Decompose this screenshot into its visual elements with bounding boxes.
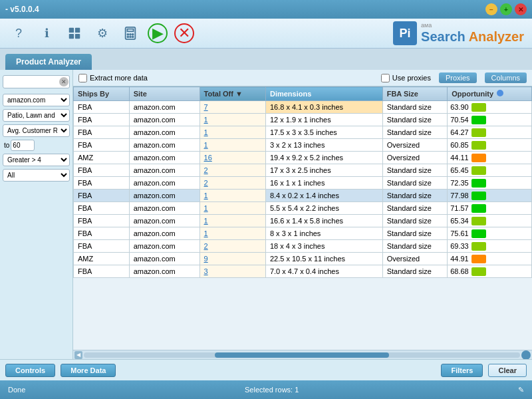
total-off-link[interactable]: 1 — [204, 192, 208, 200]
col-total-off[interactable]: Total Off ▼ — [200, 87, 265, 101]
title-bar: - v5.0.0.4 − + ✕ — [0, 0, 532, 19]
total-off-link[interactable]: 1 — [204, 116, 208, 124]
opportunity-bar — [471, 116, 486, 124]
table-row[interactable]: FBA amazon.com 1 16.6 x 1.4 x 5.8 inches… — [74, 215, 532, 227]
play-button[interactable]: ▶ — [148, 23, 168, 43]
rating-select[interactable]: Avg. Customer R... — [3, 124, 70, 137]
cell-ships-by: FBA — [74, 177, 130, 190]
table-row[interactable]: FBA amazon.com 2 18 x 4 x 3 inches Stand… — [74, 240, 532, 253]
filters-button[interactable]: Filters — [441, 364, 483, 377]
stop-button[interactable]: ✕ — [174, 23, 194, 43]
extract-more-data-checkbox[interactable] — [78, 74, 87, 82]
table-row[interactable]: FBA amazon.com 2 17 x 3 x 2.5 inches Sta… — [74, 164, 532, 177]
total-off-link[interactable]: 1 — [204, 141, 208, 149]
app-analyzer-word: Analyzer — [469, 29, 524, 44]
svg-point-6 — [127, 34, 128, 35]
col-dimensions[interactable]: Dimensions — [265, 87, 382, 101]
table-row[interactable]: FBA amazon.com 1 3 x 2 x 13 inches Overs… — [74, 139, 532, 152]
opportunity-score: 70.54 — [450, 116, 469, 124]
clear-button[interactable]: Clear — [488, 364, 527, 377]
cell-ships-by: FBA — [74, 101, 130, 114]
cell-site: amazon.com — [129, 164, 200, 177]
col-fba-size[interactable]: FBA Size — [382, 87, 448, 101]
table-header-row: Ships By Site Total Off ▼ Dimensions FBA… — [74, 87, 532, 101]
table-row[interactable]: AMZ amazon.com 16 19.4 x 9.2 x 5.2 inche… — [74, 152, 532, 164]
use-proxies-text: Use proxies — [392, 74, 431, 82]
table-row[interactable]: AMZ amazon.com 9 22.5 x 10.5 x 11 inches… — [74, 253, 532, 265]
opportunity-score: 72.35 — [450, 179, 469, 187]
bottom-left-buttons: Controls More Data — [5, 364, 116, 377]
app-search-word: Search — [421, 29, 466, 44]
window-controls: − + ✕ — [485, 3, 527, 15]
site-select[interactable]: amazon.com — [3, 94, 70, 106]
cell-fba-size: Oversized — [382, 152, 448, 164]
total-off-link[interactable]: 1 — [204, 204, 208, 212]
table-row[interactable]: FBA amazon.com 1 17.5 x 3 x 3.5 inches S… — [74, 126, 532, 139]
extract-more-data-label[interactable]: Extract more data — [78, 74, 148, 82]
app-name: aма Search Analyzer — [421, 22, 524, 45]
scroll-track[interactable] — [84, 352, 520, 358]
cell-ships-by: FBA — [74, 139, 130, 152]
col-opportunity[interactable]: Opportunity — [448, 87, 532, 101]
scroll-thumb[interactable] — [215, 352, 389, 358]
table-row[interactable]: FBA amazon.com 7 16.8 x 4.1 x 0.3 inches… — [74, 101, 532, 114]
more-data-button[interactable]: More Data — [61, 364, 116, 377]
settings-icon[interactable]: ⚙ — [92, 23, 113, 44]
calculator-icon[interactable] — [120, 23, 141, 44]
scroll-corner-button[interactable] — [521, 350, 531, 360]
table-row[interactable]: FBA amazon.com 3 7.0 x 4.7 x 0.4 inches … — [74, 265, 532, 278]
total-off-link[interactable]: 3 — [204, 267, 208, 275]
scroll-left-arrow[interactable]: ◀ — [74, 351, 82, 359]
total-off-link[interactable]: 7 — [204, 103, 208, 111]
total-off-link[interactable]: 16 — [204, 154, 212, 162]
total-off-link[interactable]: 2 — [204, 179, 208, 187]
info-icon[interactable]: ℹ — [36, 23, 57, 44]
total-off-link[interactable]: 1 — [204, 229, 208, 237]
cell-opportunity: 69.33 — [448, 240, 532, 253]
proxies-button[interactable]: Proxies — [439, 72, 477, 83]
total-off-link[interactable]: 2 — [204, 166, 208, 174]
category-select[interactable]: Patio, Lawn and ... — [3, 109, 70, 122]
opportunity-score: 65.34 — [450, 217, 469, 225]
cell-fba-size: Standard size — [382, 126, 448, 139]
table-row[interactable]: FBA amazon.com 1 5.5 x 5.4 x 2.2 inches … — [74, 202, 532, 215]
cell-fba-size: Standard size — [382, 190, 448, 202]
table-row[interactable]: FBA amazon.com 1 8.4 x 0.2 x 1.4 inches … — [74, 190, 532, 202]
filter-select[interactable]: Greater > 4 — [3, 154, 70, 166]
cell-site: amazon.com — [129, 126, 200, 139]
use-proxies-label[interactable]: Use proxies — [381, 74, 431, 82]
svg-point-11 — [132, 37, 134, 38]
range-max-input[interactable] — [11, 140, 35, 151]
social-icon[interactable] — [64, 23, 85, 44]
total-off-link[interactable]: 1 — [204, 128, 208, 136]
data-table-wrap[interactable]: Ships By Site Total Off ▼ Dimensions FBA… — [73, 86, 532, 350]
table-row[interactable]: FBA amazon.com 2 16 x 1 x 1 inches Stand… — [74, 177, 532, 190]
tab-product-analyzer[interactable]: Product Analyzer — [5, 54, 92, 70]
maximize-button[interactable]: + — [500, 3, 512, 15]
table-row[interactable]: FBA amazon.com 1 8 x 3 x 1 inches Standa… — [74, 227, 532, 240]
cell-opportunity: 63.90 — [448, 101, 532, 114]
table-row[interactable]: FBA amazon.com 1 12 x 1.9 x 1 inches Sta… — [74, 114, 532, 126]
question-icon[interactable]: ? — [8, 23, 29, 44]
total-off-link[interactable]: 2 — [204, 242, 208, 250]
columns-button[interactable]: Columns — [485, 72, 527, 83]
close-button[interactable]: ✕ — [515, 3, 527, 15]
cell-site: amazon.com — [129, 101, 200, 114]
col-ships-by[interactable]: Ships By — [74, 87, 130, 101]
cell-ships-by: FBA — [74, 126, 130, 139]
cell-total-off: 2 — [200, 164, 265, 177]
opportunity-score: 65.45 — [450, 166, 469, 174]
controls-button[interactable]: Controls — [5, 364, 55, 377]
cell-ships-by: AMZ — [74, 253, 130, 265]
col-site[interactable]: Site — [129, 87, 200, 101]
horizontal-scrollbar[interactable]: ◀ — [73, 350, 532, 359]
type-select[interactable]: All — [3, 169, 70, 182]
total-off-link[interactable]: 9 — [204, 255, 208, 263]
opportunity-score: 71.57 — [450, 204, 469, 212]
minimize-button[interactable]: − — [485, 3, 497, 15]
cell-dimensions: 16.8 x 4.1 x 0.3 inches — [265, 101, 382, 114]
search-clear-button[interactable]: ✕ — [59, 77, 68, 86]
use-proxies-checkbox[interactable] — [381, 74, 390, 82]
cell-total-off: 16 — [200, 152, 265, 164]
total-off-link[interactable]: 1 — [204, 217, 208, 225]
